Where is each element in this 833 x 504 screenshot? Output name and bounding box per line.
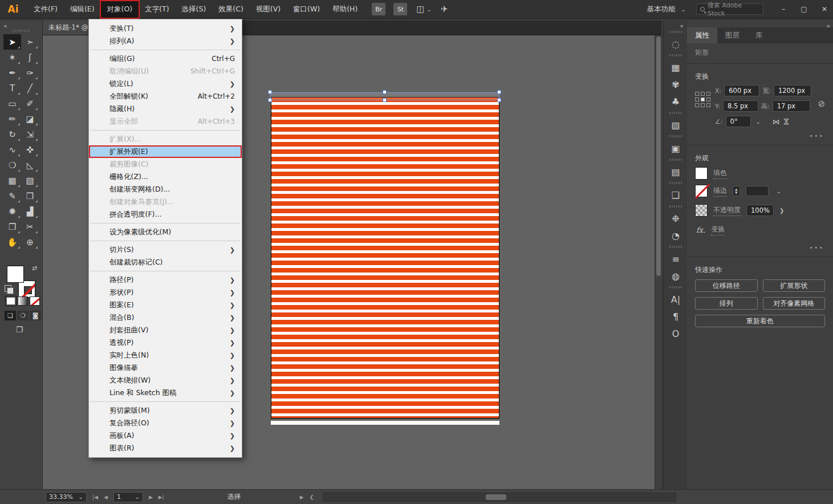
symbol-sprayer-tool[interactable]: ✺ — [3, 204, 21, 219]
drawing-mode-button-1[interactable]: ❍ — [17, 311, 29, 320]
chevron-down-icon[interactable]: ⌄ — [756, 119, 761, 125]
color-guide-panel-icon[interactable]: ◔ — [664, 227, 688, 244]
align-panel-icon[interactable]: ▤ — [664, 163, 688, 180]
zoom-tool[interactable]: ⊕ — [21, 234, 39, 250]
menu-item-7[interactable]: 窗口(W) — [287, 1, 326, 18]
stroke-weight-stepper[interactable]: ▲▼ — [733, 186, 740, 196]
object-menu-item[interactable]: 剪切蒙版(M)❯ — [89, 404, 242, 417]
height-input[interactable]: 17 px — [773, 100, 810, 112]
white-bar-object[interactable] — [271, 421, 499, 425]
share-icon[interactable]: ✈ — [441, 4, 448, 14]
rotate-tool[interactable]: ↻ — [3, 127, 21, 142]
vertical-scrollbar-thumb[interactable] — [656, 36, 661, 276]
type-tool[interactable]: T — [3, 80, 21, 96]
width-input[interactable]: 1200 px — [774, 85, 811, 96]
zoom-level-select[interactable]: 33.33% ⌄ — [46, 492, 87, 502]
selection-tool[interactable]: ➤ — [3, 34, 21, 50]
panel-gripper[interactable] — [669, 54, 682, 56]
object-menu-item[interactable]: 扩展(X)... — [89, 133, 242, 145]
fx-transform-link[interactable]: 变换 — [711, 225, 725, 235]
last-artboard-button[interactable]: ▶| — [159, 494, 164, 500]
object-menu-item[interactable]: 图像描摹❯ — [89, 361, 242, 374]
color-button[interactable] — [6, 296, 16, 306]
object-menu-item[interactable]: 变换(T)❯ — [89, 22, 242, 35]
chevron-down-icon[interactable]: ⌄ — [427, 6, 432, 13]
object-menu-item[interactable]: 创建裁切标记(C) — [89, 256, 242, 269]
object-menu-item[interactable]: 排列(A)❯ — [89, 35, 242, 47]
object-menu-item[interactable]: 编组(G)Ctrl+G — [89, 52, 242, 65]
panel-gripper[interactable] — [13, 30, 31, 32]
screen-mode-icon[interactable]: ❐ — [16, 325, 23, 334]
selection-handle[interactable] — [497, 90, 501, 94]
object-menu-item[interactable]: 封套扭曲(V)❯ — [89, 324, 242, 336]
opentype-panel-icon[interactable]: O — [664, 325, 688, 342]
panel-gripper[interactable] — [669, 182, 682, 184]
menu-item-0[interactable]: 文件(F) — [27, 1, 64, 18]
object-menu-item[interactable]: 全部解锁(K)Alt+Ctrl+2 — [89, 90, 242, 103]
object-menu-item[interactable]: 取消编组(U)Shift+Ctrl+G — [89, 65, 242, 78]
panel-gripper[interactable] — [669, 158, 682, 161]
object-menu-item[interactable]: 隐藏(H)❯ — [89, 103, 242, 115]
object-menu-item[interactable]: 显示全部Alt+Ctrl+3 — [89, 115, 242, 128]
bridge-button[interactable]: Br — [372, 3, 385, 15]
first-artboard-button[interactable]: |◀ — [92, 494, 98, 500]
magic-wand-tool[interactable]: ✶ — [3, 50, 21, 65]
flip-vertical-icon[interactable]: ⋈ — [782, 118, 791, 125]
opacity-input[interactable]: 100% — [746, 205, 774, 216]
pen-tool[interactable]: ✒ — [3, 65, 21, 80]
gradient-panel-icon[interactable]: ▧ — [664, 116, 688, 133]
panel-gripper[interactable] — [669, 31, 682, 33]
arrange-documents-icon[interactable]: ◫ — [416, 4, 424, 14]
panel-gripper[interactable] — [669, 135, 682, 137]
object-menu-item[interactable]: 复合路径(O)❯ — [89, 417, 242, 429]
object-menu-item[interactable]: 设为像素级优化(M) — [89, 226, 242, 238]
default-fill-stroke-icon[interactable] — [5, 285, 11, 292]
horizontal-scrollbar[interactable] — [323, 493, 676, 502]
curvature-tool[interactable]: ✑ — [21, 65, 39, 80]
fill-label[interactable]: 填色 — [713, 168, 727, 179]
paragraph-panel-icon[interactable]: ¶ — [664, 308, 688, 325]
paintbrush-tool[interactable]: ✐ — [21, 96, 39, 111]
vertical-scrollbar[interactable] — [655, 35, 661, 489]
close-button[interactable]: ✕ — [816, 2, 833, 16]
artboard-number-select[interactable]: 1 ⌄ — [113, 492, 143, 502]
shaper-pencil-tool[interactable]: ✏ — [3, 111, 21, 127]
chevron-down-icon[interactable]: ⌄ — [777, 188, 781, 194]
lasso-tool[interactable]: ʃ — [21, 50, 39, 65]
panel-gripper[interactable] — [669, 112, 682, 114]
artboard-striped-pattern[interactable] — [271, 97, 499, 418]
scale-tool[interactable]: ⇲ — [21, 127, 39, 142]
object-menu-item[interactable]: 图案(E)❯ — [89, 299, 242, 311]
rectangle-tool[interactable]: ▭ — [3, 96, 21, 111]
more-options-icon[interactable]: ••• — [810, 244, 824, 251]
object-menu-item[interactable]: Line 和 Sketch 图稿❯ — [89, 387, 242, 399]
object-menu-item[interactable]: 图表(R)❯ — [89, 442, 242, 454]
slice-tool[interactable]: ✂ — [21, 219, 39, 234]
opacity-label[interactable]: 不透明度 — [713, 205, 741, 216]
object-menu-item[interactable]: 创建对象马赛克(J)... — [89, 196, 242, 208]
eraser-tool[interactable]: ◪ — [21, 111, 39, 127]
eyedropper-tool[interactable]: ✎ — [3, 188, 21, 204]
y-input[interactable]: 8.5 px — [723, 100, 758, 112]
object-menu-item[interactable]: 栅格化(Z)... — [89, 170, 242, 183]
fill-swatch[interactable] — [695, 167, 708, 180]
object-menu-item[interactable]: 形状(P)❯ — [89, 286, 242, 299]
menu-item-8[interactable]: 帮助(H) — [326, 1, 364, 18]
object-menu-item[interactable]: 实时上色(N)❯ — [89, 349, 242, 361]
stroke-panel-icon[interactable]: ≡ — [664, 250, 688, 267]
panel-gripper[interactable] — [669, 246, 682, 248]
menu-item-5[interactable]: 效果(C) — [212, 1, 249, 18]
transparency-panel-icon[interactable]: ◍ — [664, 267, 688, 284]
menu-item-6[interactable]: 视图(V) — [250, 1, 287, 18]
stock-button[interactable]: St — [393, 3, 407, 15]
object-menu-item[interactable]: 混合(B)❯ — [89, 311, 242, 324]
hand-tool[interactable]: ✋ — [3, 234, 21, 250]
object-menu-item[interactable]: 切片(S)❯ — [89, 243, 242, 256]
character-panel-icon[interactable]: A| — [664, 291, 688, 308]
mesh-tool[interactable]: ▦ — [3, 173, 21, 188]
object-menu-item[interactable]: 透视(P)❯ — [89, 336, 242, 349]
minimize-button[interactable]: – — [775, 2, 792, 16]
status-back-icon[interactable]: ❮ — [310, 494, 314, 500]
menu-item-3[interactable]: 文字(T) — [139, 1, 175, 18]
symbols-panel-icon[interactable]: ♣ — [664, 93, 688, 110]
